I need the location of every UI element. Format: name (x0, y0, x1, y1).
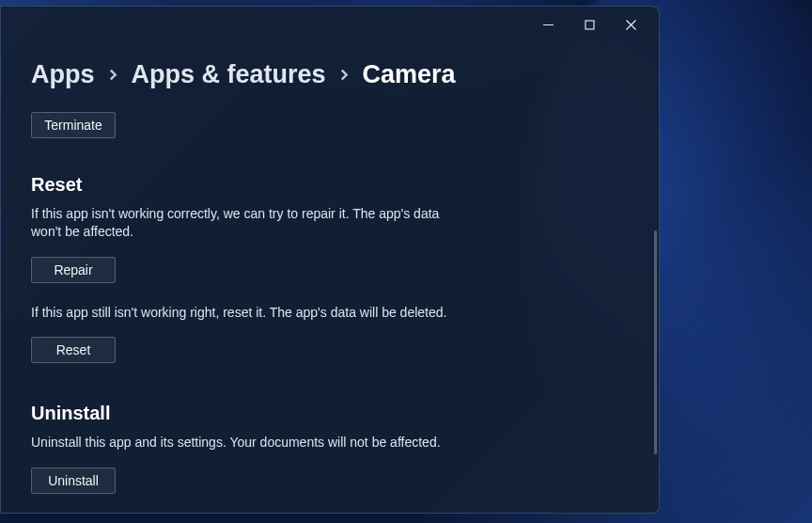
breadcrumb-current: Camera (363, 61, 456, 89)
page-content: Apps Apps & features Camera Terminate Re… (1, 42, 659, 513)
repair-button[interactable]: Repair (31, 257, 116, 283)
chevron-right-icon (108, 70, 118, 80)
uninstall-section: Uninstall Uninstall this app and its set… (31, 403, 629, 494)
minimize-button[interactable] (527, 10, 569, 39)
chevron-right-icon (339, 70, 350, 80)
scrollbar[interactable] (654, 230, 657, 454)
reset-section: Reset If this app isn't working correctl… (31, 174, 629, 364)
svg-rect-1 (586, 21, 594, 29)
titlebar (1, 7, 659, 42)
breadcrumb: Apps Apps & features Camera (31, 61, 629, 89)
terminate-button[interactable]: Terminate (31, 112, 116, 138)
breadcrumb-apps-features[interactable]: Apps & features (132, 61, 326, 89)
reset-button[interactable]: Reset (31, 337, 116, 363)
reset-description: If this app still isn't working right, r… (31, 304, 473, 323)
uninstall-button[interactable]: Uninstall (31, 468, 116, 494)
repair-description: If this app isn't working correctly, we … (31, 205, 473, 242)
close-button[interactable] (610, 10, 651, 39)
uninstall-heading: Uninstall (31, 403, 629, 424)
reset-heading: Reset (31, 174, 629, 196)
maximize-button[interactable] (569, 10, 610, 39)
breadcrumb-apps[interactable]: Apps (31, 61, 95, 89)
settings-window: Apps Apps & features Camera Terminate Re… (0, 6, 660, 514)
uninstall-description: Uninstall this app and its settings. You… (31, 434, 473, 452)
